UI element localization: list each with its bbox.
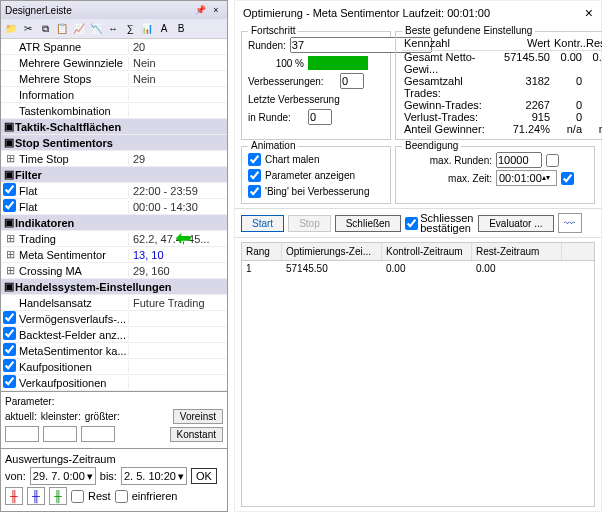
cut-icon[interactable]: ✂: [20, 21, 36, 37]
b-icon[interactable]: B: [173, 21, 189, 37]
row-label: Kaufpositionen: [17, 361, 129, 373]
property-tree[interactable]: ATR Spanne20Mehrere GewinnzieleNeinMehre…: [1, 39, 227, 391]
expand-icon[interactable]: ⊞: [3, 152, 17, 165]
property-row[interactable]: Flat22:00 - 23:59: [1, 183, 227, 199]
property-row[interactable]: Information: [1, 87, 227, 103]
bing-checkbox[interactable]: [248, 185, 261, 198]
paste-icon[interactable]: 📋: [54, 21, 70, 37]
row-checkbox[interactable]: [3, 343, 16, 356]
inrunde-input[interactable]: [308, 109, 332, 125]
expand-icon[interactable]: ⊞: [3, 248, 17, 261]
dialog-close-icon[interactable]: ×: [585, 5, 593, 21]
copy-icon[interactable]: ⧉: [37, 21, 53, 37]
row-checkbox[interactable]: [3, 327, 16, 340]
property-row[interactable]: ⊞Crossing MA29, 160: [1, 263, 227, 279]
property-row[interactable]: ⊞Trading62.2, 47.4, 45...: [1, 231, 227, 247]
range3-icon[interactable]: ╫: [49, 487, 67, 505]
evaluator-icon[interactable]: 〰: [558, 213, 582, 233]
verb-input[interactable]: [340, 73, 364, 89]
row-checkbox[interactable]: [3, 199, 16, 212]
rest-checkbox[interactable]: [71, 490, 84, 503]
property-row[interactable]: Vermögensverlaufs-...: [1, 311, 227, 327]
property-row[interactable]: Mehrere GewinnzieleNein: [1, 55, 227, 71]
property-row[interactable]: ATR Spanne20: [1, 39, 227, 55]
property-row[interactable]: ⊞Time Stop29: [1, 151, 227, 167]
runden-label: Runden:: [248, 40, 286, 51]
ok-button[interactable]: OK: [191, 468, 217, 484]
maxrunden-checkbox[interactable]: [546, 154, 559, 167]
collapse-icon[interactable]: ▣: [3, 120, 15, 133]
property-row[interactable]: Flat00:00 - 14:30: [1, 199, 227, 215]
folder-icon[interactable]: 📁: [3, 21, 19, 37]
collapse-icon[interactable]: ▣: [3, 168, 15, 181]
grid-header[interactable]: Optimierungs-Zei...: [282, 243, 382, 260]
grid-header[interactable]: Kontroll-Zeitraum: [382, 243, 472, 260]
result-grid[interactable]: RangOptimierungs-Zei...Kontroll-Zeitraum…: [241, 242, 595, 507]
property-row[interactable]: Mehrere StopsNein: [1, 71, 227, 87]
section-header[interactable]: ▣Taktik-Schaltflächen: [1, 119, 227, 135]
maxrunden-input[interactable]: [496, 152, 542, 168]
row-checkbox[interactable]: [3, 311, 16, 324]
range1-icon[interactable]: ╫: [5, 487, 23, 505]
property-row[interactable]: Verkaufpositionen: [1, 375, 227, 391]
pin-icon[interactable]: 📌: [193, 4, 207, 16]
section-header[interactable]: ▣Indikatoren: [1, 215, 227, 231]
property-row[interactable]: Kaufpositionen: [1, 359, 227, 375]
konstant-button[interactable]: Konstant: [170, 427, 223, 442]
param-anzeigen-checkbox[interactable]: [248, 169, 261, 182]
row-checkbox[interactable]: [3, 183, 16, 196]
start-button[interactable]: Start: [241, 215, 284, 232]
close-button[interactable]: Schließen: [335, 215, 401, 232]
date-from[interactable]: 29. 7. 0:00▾: [30, 467, 96, 485]
pct-label: 100 %: [248, 58, 304, 69]
schliessen-checkbox[interactable]: [405, 217, 418, 230]
param-aktuell-input[interactable]: [5, 426, 39, 442]
evaluator-button[interactable]: Evaluator ...: [478, 215, 553, 232]
param-kleinster-input[interactable]: [43, 426, 77, 442]
maxzeit-input[interactable]: 00:01:00▴▾: [496, 170, 557, 186]
date-to[interactable]: 2. 5. 10:20▾: [121, 467, 187, 485]
chevron-down-icon[interactable]: ▾: [178, 470, 184, 483]
grid-header[interactable]: Rang: [242, 243, 282, 260]
chart-icon[interactable]: 📈: [71, 21, 87, 37]
grid-header[interactable]: Rest-Zeitraum: [472, 243, 562, 260]
swap-icon[interactable]: ↔: [105, 21, 121, 37]
chart2-icon[interactable]: 📉: [88, 21, 104, 37]
row-label: ATR Spanne: [17, 41, 129, 53]
einfrieren-checkbox[interactable]: [115, 490, 128, 503]
chart-malen-checkbox[interactable]: [248, 153, 261, 166]
expand-icon[interactable]: ⊞: [3, 264, 17, 277]
collapse-icon[interactable]: ▣: [3, 216, 15, 229]
stop-button[interactable]: Stop: [288, 215, 331, 232]
row-checkbox[interactable]: [3, 375, 16, 388]
grid-row[interactable]: 157145.500.000.00: [242, 261, 594, 276]
section-header[interactable]: ▣Handelssystem-Einstellungen: [1, 279, 227, 295]
range2-icon[interactable]: ╫: [27, 487, 45, 505]
voreinst-button[interactable]: Voreinst: [173, 409, 223, 424]
col-header: Rest-...: [584, 36, 602, 50]
close-icon[interactable]: ×: [209, 4, 223, 16]
property-row[interactable]: MetaSentimentor ka...: [1, 343, 227, 359]
collapse-icon[interactable]: ▣: [3, 136, 15, 149]
chart3-icon[interactable]: 📊: [139, 21, 155, 37]
property-row[interactable]: ⊞Meta Sentimentor13, 10: [1, 247, 227, 263]
fortschritt-group: Fortschritt Runden: 100 % Verbesserungen…: [241, 31, 391, 140]
section-header[interactable]: ▣Stop Sentimentors: [1, 135, 227, 151]
property-row[interactable]: HandelsansatzFuture Trading: [1, 295, 227, 311]
collapse-icon[interactable]: ▣: [3, 280, 15, 293]
section-header[interactable]: ▣Filter: [1, 167, 227, 183]
row-label: Mehrere Gewinnziele: [17, 57, 129, 69]
expand-icon[interactable]: ⊞: [3, 232, 17, 245]
property-row[interactable]: Backtest-Felder anz...: [1, 327, 227, 343]
a-icon[interactable]: A: [156, 21, 172, 37]
row-checkbox[interactable]: [3, 359, 16, 372]
right-titlebar: Optimierung - Meta Sentimentor Laufzeit:…: [235, 1, 601, 25]
maxzeit-checkbox[interactable]: [561, 172, 574, 185]
param-groesster-input[interactable]: [81, 426, 115, 442]
table-row: Gesamt Netto-Gewi...57145.500.000.00: [402, 51, 602, 75]
chevron-down-icon[interactable]: ▾: [87, 470, 93, 483]
property-row[interactable]: Tastenkombination: [1, 103, 227, 119]
spinner-icon[interactable]: ▴▾: [542, 176, 554, 180]
sigma-icon[interactable]: ∑: [122, 21, 138, 37]
row-label: MetaSentimentor ka...: [17, 345, 129, 357]
